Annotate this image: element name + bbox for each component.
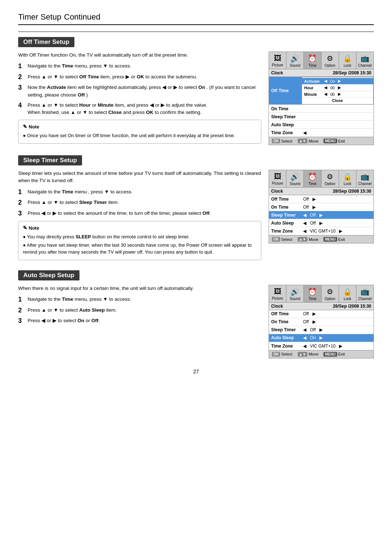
page-title: Timer Setup Continued	[18, 11, 374, 25]
off-timer-text: With Off Timer function On, the TV will …	[18, 52, 261, 144]
tv-off-time-row: Off Time Off ▶	[269, 195, 373, 203]
step-item: 1 Navigate to the Time menu, press ▼ to …	[18, 62, 261, 70]
note-icon: ✎	[23, 123, 27, 131]
footer-select: OK Select	[272, 237, 293, 242]
tv-on-time-row: On Time	[269, 105, 373, 113]
sleep-timer-intro: Sleep timer lets you select the amount o…	[18, 170, 261, 185]
tv-icon-time: ⏰ Time	[304, 285, 321, 302]
note-item: After you have set sleep timer, when the…	[23, 242, 257, 256]
tv-icon-picture: 🖼 Picture	[269, 170, 286, 187]
off-timer-intro: With Off Timer function On, the TV will …	[18, 52, 261, 59]
footer-move: ▲▼ Move	[298, 139, 319, 143]
tv-time-zone-row: Time Zone ◀ VIC GMT+10 ▶	[269, 342, 373, 350]
footer-exit: MENU Exit	[323, 139, 345, 143]
sleep-timer-text: Sleep timer lets you select the amount o…	[18, 170, 261, 260]
tv-auto-sleep-row: Auto Sleep	[269, 121, 373, 129]
tv-icon-time: ⏰ Time	[304, 170, 321, 187]
tv-icon-sound: 🔊 Sound	[286, 285, 304, 302]
offtime-minute: Minute ◀ 00 ▶	[302, 91, 373, 98]
tv-footer: OK Select ▲▼ Move MENU Exit	[269, 137, 373, 145]
tv-footer: OK Select ▲▼ Move MENU Exit	[269, 235, 373, 243]
tv-icon-channel: 📺 Channel	[356, 285, 373, 302]
footer-exit: MENU Exit	[323, 352, 345, 357]
tv-clock-row: Clock 28/Sep /2008 15:30	[269, 188, 373, 195]
tv-auto-sleep-row: Auto Sleep ◀ Off ▶	[269, 219, 373, 227]
footer-select: OK Select	[272, 352, 293, 357]
step-item: 3 Press ◀ or ▶ to select the amount of t…	[18, 210, 261, 218]
tv-sleep-timer-row: Sleep Timer ◀ Off ▶	[269, 211, 373, 219]
tv-on-time-row: On Time Off ▶	[269, 318, 373, 326]
step-item: 1 Navigate to the Time menu , press ▼ to…	[18, 188, 261, 196]
sleep-timer-header: Sleep Timer Setup	[18, 155, 82, 165]
tv-off-time-row: Off Time Off ▶	[269, 310, 373, 318]
tv-menu-body: Clock 28/Sep /2008 15:30 Off Time Off ▶ …	[269, 188, 373, 235]
off-timer-tv-panel: 🖼 Picture 🔊 Sound ⏰ Time ⚙ Option 🔒	[269, 52, 374, 145]
auto-sleep-section: Auto Sleep Setup When there is no signal…	[18, 270, 374, 358]
footer-exit: MENU Exit	[323, 237, 345, 242]
tv-icon-sound: 🔊 Sound	[286, 52, 304, 69]
tv-icon-option: ⚙ Option	[322, 285, 339, 302]
step-item: 1 Navigate to the Time menu, press ▼ to …	[18, 296, 261, 304]
note-item: You may directly press SLEEP button on t…	[23, 233, 257, 241]
footer-select: OK Select	[272, 139, 293, 143]
tv-icons-row: 🖼 Picture 🔊 Sound ⏰ Time ⚙ Option 🔒	[269, 285, 373, 303]
auto-sleep-text: When there is no signal input for a cert…	[18, 285, 261, 329]
footer-move: ▲▼ Move	[298, 237, 319, 242]
tv-off-time-row: Off Time Activate ◀ On ▶	[269, 77, 373, 105]
tv-icons-row: 🖼 Picture 🔊 Sound ⏰ Time ⚙ Option 🔒	[269, 170, 373, 188]
off-timer-body: With Off Timer function On, the TV will …	[18, 52, 374, 145]
tv-icon-lock: 🔒 Lock	[339, 52, 356, 69]
sleep-timer-section: Sleep Timer Setup Sleep timer lets you s…	[18, 155, 374, 260]
tv-icon-time: ⏰ Time	[304, 52, 321, 69]
offtime-close: Close	[302, 98, 373, 103]
offtime-activate: Activate ◀ On ▶	[302, 78, 373, 85]
off-timer-header: Off Timer Setup	[18, 37, 74, 47]
tv-auto-sleep-row: Auto Sleep ◀ On ▶	[269, 334, 373, 342]
tv-icon-picture: 🖼 Picture	[269, 285, 286, 302]
tv-on-time-row: On Time Off ▶	[269, 203, 373, 211]
tv-icon-channel: 📺 Channel	[356, 52, 373, 69]
offtime-hour: Hour ◀ 00 ▶	[302, 85, 373, 91]
sleep-timer-body: Sleep timer lets you select the amount o…	[18, 170, 374, 260]
tv-icon-lock: 🔒 Lock	[339, 285, 356, 302]
auto-sleep-tv-panel: 🖼 Picture 🔊 Sound ⏰ Time ⚙ Option 🔒	[269, 285, 374, 358]
off-timer-steps: 1 Navigate to the Time menu, press ▼ to …	[18, 62, 261, 116]
offtime-popup: Activate ◀ On ▶ Hour ◀	[302, 77, 373, 104]
tv-sleep-timer-row: Sleep Timer	[269, 113, 373, 121]
tv-clock-row: Clock 28/Sep /2008 15:30	[269, 69, 373, 77]
step-item: 2 Press ▲ or ▼ to select Sleep Timer ite…	[18, 199, 261, 207]
auto-sleep-steps: 1 Navigate to the Time menu, press ▼ to …	[18, 296, 261, 325]
step-item: 3 Now the Activate item will be highligh…	[18, 84, 261, 99]
tv-icon-option: ⚙ Option	[322, 170, 339, 187]
tv-footer: OK Select ▲▼ Move MENU Exit	[269, 350, 373, 358]
tv-icon-sound: 🔊 Sound	[286, 170, 304, 187]
tv-icons-row: 🖼 Picture 🔊 Sound ⏰ Time ⚙ Option 🔒	[269, 52, 373, 69]
off-timer-section: Off Timer Setup With Off Timer function …	[18, 37, 374, 145]
page-number: 27	[18, 369, 374, 374]
sleep-timer-tv-panel: 🖼 Picture 🔊 Sound ⏰ Time ⚙ Option 🔒	[269, 170, 374, 243]
tv-sleep-timer-row: Sleep Timer ◀ Off ▶	[269, 326, 373, 334]
tv-time-zone-row: Time Zone ◀ VIC GMT+10 ▶	[269, 227, 373, 235]
tv-icon-channel: 📺 Channel	[356, 170, 373, 187]
step-item: 3 Press ◀ or ▶ to select On or Off.	[18, 317, 261, 325]
step-item: 4 Press ▲ or ▼ to select Hour or Minute …	[18, 102, 261, 116]
auto-sleep-intro: When there is no signal input for a cert…	[18, 285, 261, 292]
note-item: Once you have set On timer or Off timer …	[23, 132, 257, 139]
tv-icon-option: ⚙ Option	[322, 52, 339, 69]
footer-move: ▲▼ Move	[298, 352, 319, 357]
tv-time-zone-row: Time Zone ◀	[269, 129, 373, 137]
step-item: 2 Press ▲ or ▼ to select Off Time item, …	[18, 73, 261, 81]
title-divider	[18, 32, 374, 32]
auto-sleep-body: When there is no signal input for a cert…	[18, 285, 374, 358]
tv-menu-body: Clock 28/Sep /2008 15:30 Off Time Activa…	[269, 69, 373, 137]
note-title: ✎ Note	[23, 224, 257, 232]
step-item: 2 Press ▲ or ▼ to select Auto Sleep item…	[18, 307, 261, 315]
note-icon: ✎	[23, 224, 27, 232]
note-title: ✎ Note	[23, 123, 257, 131]
tv-icon-picture: 🖼 Picture	[269, 52, 286, 69]
tv-icon-lock: 🔒 Lock	[339, 170, 356, 187]
sleep-timer-note: ✎ Note You may directly press SLEEP butt…	[18, 221, 261, 260]
auto-sleep-header: Auto Sleep Setup	[18, 270, 79, 280]
tv-menu-body: Clock 28/Sep /2008 15:30 Off Time Off ▶ …	[269, 303, 373, 350]
off-timer-note: ✎ Note Once you have set On timer or Off…	[18, 120, 261, 144]
